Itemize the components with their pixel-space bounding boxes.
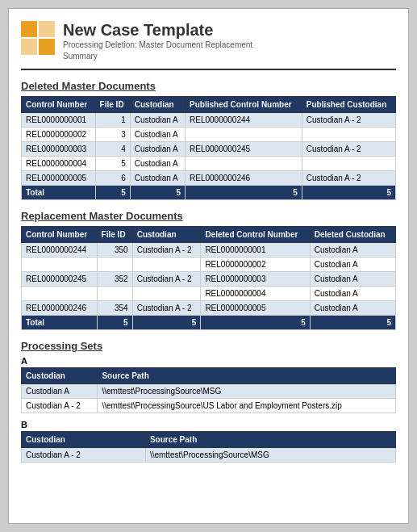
table-cell: REL0000000005 [22, 171, 96, 186]
table-cell: Custodian A [22, 384, 98, 399]
deleted-col-control: Control Number [22, 97, 96, 113]
replacement-col-control: Control Number [22, 227, 98, 243]
header: New Case Template Processing Deletion: M… [21, 21, 396, 70]
total-label: Total [22, 186, 96, 200]
table-row: REL00000000011Custodian AREL0000000244Cu… [22, 113, 396, 128]
table-cell: REL0000000002 [22, 128, 96, 142]
processing-set-col: Custodian [22, 432, 146, 448]
table-row: REL0000000002Custodian A [22, 258, 396, 272]
subtitle-line2: Summary [63, 51, 252, 62]
table-cell: REL0000000244 [22, 243, 98, 258]
table-cell: Custodian A [130, 171, 185, 186]
table-row: REL0000000244350Custodian A - 2REL000000… [22, 243, 396, 258]
table-cell: Custodian A - 2 [22, 399, 98, 413]
table-cell [132, 287, 201, 301]
table-cell: Custodian A [310, 243, 395, 258]
table-cell [22, 287, 98, 301]
table-cell: REL0000000001 [201, 243, 310, 258]
table-row: Custodian A - 2\\emttest\ProcessingSourc… [22, 399, 396, 413]
total-cell: 5 [186, 186, 302, 200]
set-group: ACustodianSource PathCustodian A\\emttes… [21, 356, 396, 413]
deleted-col-pub-control: Published Control Number [186, 97, 302, 113]
total-cell: 5 [302, 186, 395, 200]
table-cell: \\emttest\ProcessingSource\MSG [145, 448, 395, 463]
table-cell: Custodian A - 2 [132, 243, 201, 258]
table-cell [132, 258, 201, 272]
svg-rect-0 [21, 21, 37, 37]
table-cell: REL0000000245 [186, 142, 302, 157]
svg-rect-2 [21, 39, 37, 55]
table-cell: Custodian A [130, 113, 185, 128]
table-cell: Custodian A [310, 287, 395, 301]
table-cell: 352 [97, 272, 132, 287]
total-cell: 5 [130, 186, 185, 200]
table-cell: REL0000000246 [186, 171, 302, 186]
total-cell: 5 [97, 316, 132, 330]
replacement-table: Control Number File ID Custodian Deleted… [21, 226, 396, 330]
table-cell: REL0000000003 [201, 272, 310, 287]
table-cell: Custodian A [130, 142, 185, 157]
table-cell: 6 [95, 171, 130, 186]
replacement-col-custodian: Custodian [132, 227, 201, 243]
deleted-col-custodian: Custodian [130, 97, 185, 113]
replacement-table-header: Control Number File ID Custodian Deleted… [22, 227, 396, 243]
total-cell: 5 [132, 316, 201, 330]
table-cell: \\emttest\ProcessingSource\US Labor and … [98, 399, 396, 413]
table-cell: Custodian A [310, 258, 395, 272]
table-cell: 5 [95, 157, 130, 171]
table-cell: Custodian A [130, 128, 185, 142]
table-cell [186, 157, 302, 171]
deleted-section-title: Deleted Master Documents [21, 80, 396, 92]
total-row: Total5555 [22, 316, 396, 330]
total-cell: 5 [310, 316, 395, 330]
replacement-col-del-control: Deleted Control Number [201, 227, 310, 243]
table-cell: REL0000000246 [22, 301, 98, 316]
table-row: Custodian A\\emttest\ProcessingSource\MS… [22, 384, 396, 399]
page: New Case Template Processing Deletion: M… [8, 8, 409, 524]
table-cell: REL0000000003 [22, 142, 96, 157]
table-cell [97, 258, 132, 272]
processing-set-col: Source Path [98, 368, 396, 384]
svg-rect-1 [39, 21, 55, 37]
total-label: Total [22, 316, 98, 330]
table-cell [186, 128, 302, 142]
table-cell: 354 [97, 301, 132, 316]
total-cell: 5 [95, 186, 130, 200]
deleted-col-fileid: File ID [95, 97, 130, 113]
replacement-col-del-custodian: Deleted Custodian [310, 227, 395, 243]
processing-set-col: Custodian [22, 368, 98, 384]
table-cell: Custodian A - 2 [302, 142, 395, 157]
logo-icon [21, 21, 55, 55]
table-cell: REL0000000001 [22, 113, 96, 128]
replacement-section-title: Replacement Master Documents [21, 210, 396, 222]
table-cell: REL0000000004 [201, 287, 310, 301]
table-cell: 4 [95, 142, 130, 157]
table-cell [302, 128, 395, 142]
table-cell: REL0000000244 [186, 113, 302, 128]
total-row: Total5555 [22, 186, 396, 200]
processing-set-header: CustodianSource Path [22, 432, 396, 448]
subtitle-line1: Processing Deletion: Master Document Rep… [63, 40, 252, 51]
table-cell [22, 258, 98, 272]
set-group-letter: A [21, 356, 396, 366]
processing-sets-title: Processing Sets [21, 340, 396, 352]
deleted-col-pub-custodian: Published Custodian [302, 97, 395, 113]
processing-set-table: CustodianSource PathCustodian A - 2\\emt… [21, 431, 396, 463]
header-text: New Case Template Processing Deletion: M… [63, 21, 252, 62]
table-cell: 3 [95, 128, 130, 142]
table-cell: Custodian A - 2 [302, 171, 395, 186]
table-cell: Custodian A - 2 [132, 301, 201, 316]
table-row: REL00000000023Custodian A [22, 128, 396, 142]
table-row: REL00000000045Custodian A [22, 157, 396, 171]
table-cell: REL0000000005 [201, 301, 310, 316]
table-row: Custodian A - 2\\emttest\ProcessingSourc… [22, 448, 396, 463]
set-group: BCustodianSource PathCustodian A - 2\\em… [21, 420, 396, 463]
processing-set-header: CustodianSource Path [22, 368, 396, 384]
table-cell: 350 [97, 243, 132, 258]
table-row: REL00000000056Custodian AREL0000000246Cu… [22, 171, 396, 186]
table-cell: Custodian A [130, 157, 185, 171]
processing-set-table: CustodianSource PathCustodian A\\emttest… [21, 367, 396, 413]
table-row: REL0000000245352Custodian A - 2REL000000… [22, 272, 396, 287]
table-cell: REL0000000245 [22, 272, 98, 287]
set-group-letter: B [21, 420, 396, 429]
